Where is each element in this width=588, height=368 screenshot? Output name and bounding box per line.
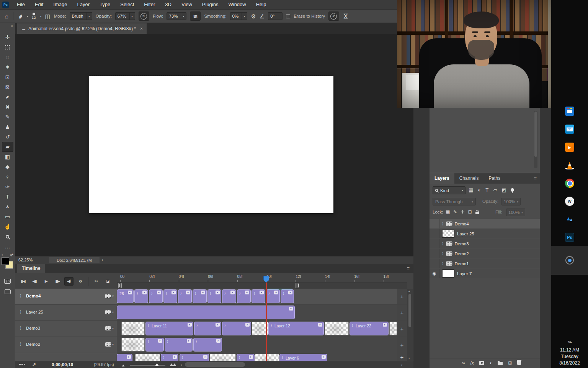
clip-expand-icon[interactable]: ⟩ [254, 291, 255, 295]
opacity-input[interactable]: 67%▾ [115, 12, 135, 20]
lock-transparent-pixels-icon[interactable]: ▦ [446, 209, 450, 215]
new-group-icon[interactable] [498, 362, 503, 365]
timeline-settings-button[interactable]: ⚙ [76, 277, 85, 286]
eyedropper-tool[interactable]: ✒ [2, 92, 13, 102]
work-area-bar[interactable] [117, 283, 407, 289]
taskbar-vlc-icon[interactable] [551, 161, 588, 170]
layer-thumbnail[interactable] [442, 269, 454, 278]
clip-expand-icon[interactable]: ⟩ [239, 291, 241, 295]
brush-angle-input[interactable]: 0° [268, 12, 283, 20]
expand-group-icon[interactable]: ⟩ [442, 262, 444, 266]
timeline-clip[interactable]: ⟩▸ [165, 338, 193, 352]
erase-to-history-checkbox[interactable] [286, 14, 290, 18]
delete-layer-icon[interactable] [517, 361, 521, 365]
track-options[interactable]: ▾ [105, 342, 114, 347]
frame-thumbnail[interactable] [135, 354, 160, 361]
clip-expand-icon[interactable]: ⟩ [196, 340, 197, 343]
timeline-zoom-slider[interactable] [130, 365, 165, 366]
filter-shape-layers-icon[interactable]: ▱ [493, 187, 497, 193]
clone-stamp-tool[interactable]: ♟ [2, 122, 13, 132]
expand-group-icon[interactable]: ⟩ [442, 242, 444, 246]
timeline-clip[interactable]: ⟩▸ [134, 289, 148, 303]
timeline-clip[interactable]: ⟩Layer 12▸ [268, 322, 324, 335]
eraser-tool[interactable]: ▰ [2, 142, 13, 152]
visibility-toggle[interactable]: ◉ [430, 269, 439, 278]
frame-thumbnail[interactable] [210, 354, 236, 361]
clip-expand-icon[interactable]: ⟩ [196, 324, 198, 327]
tab-channels[interactable]: Channels [454, 173, 484, 184]
menu-file[interactable]: File [12, 0, 30, 9]
track-header-partial[interactable] [15, 353, 117, 361]
filter-pin-icon[interactable] [511, 188, 514, 192]
blur-tool[interactable]: ◆ [2, 162, 13, 172]
crop-tool[interactable]: ⊡ [2, 72, 13, 82]
clip-expand-icon[interactable]: ⟩ [195, 291, 196, 295]
visibility-toggle[interactable] [430, 259, 439, 268]
chevron-down-icon[interactable]: ▾ [112, 310, 114, 314]
timeline-clip[interactable]: ⟩▸ [178, 289, 192, 303]
menu-select[interactable]: Select [115, 0, 139, 9]
taskbar-movies-icon[interactable] [551, 143, 588, 152]
brush-size-picker[interactable]: 12 [32, 13, 36, 20]
filter-adjustment-layers-icon[interactable]: ◐ [478, 187, 481, 193]
scroll-down-icon[interactable]: ▾ [408, 357, 410, 360]
timeline-clip[interactable]: ⟩▸ [193, 338, 222, 352]
more-tools[interactable]: … [2, 242, 13, 251]
next-frame-button[interactable]: ▮▶ [53, 277, 62, 286]
taskbar-wacom-icon[interactable] [551, 197, 588, 206]
timeline-clip[interactable]: ⟩▸ [222, 322, 251, 335]
filter-smart-objects-icon[interactable]: ◩ [501, 187, 506, 193]
status-options-chevron-icon[interactable]: › [102, 257, 103, 262]
timeline-clip[interactable]: ▸ [117, 306, 295, 319]
timeline-clip[interactable]: ⟩Layer 11▸ [145, 322, 193, 335]
render-export-icon[interactable]: ↗ [32, 362, 36, 367]
pen-settings-icon[interactable]: ✎ [566, 338, 573, 346]
foreground-color-swatch[interactable] [2, 257, 9, 265]
close-tab-icon[interactable]: × [140, 26, 143, 31]
expand-track-icon[interactable]: ⟩ [20, 294, 21, 298]
add-media-button[interactable]: + [397, 321, 407, 337]
timeline-clip[interactable]: ▸ [117, 354, 132, 361]
lasso-tool[interactable]: ◌ [2, 52, 13, 62]
track-header-demo2[interactable]: ⟩Demo2▾ [15, 337, 117, 353]
expand-group-icon[interactable]: ⟩ [442, 222, 444, 226]
frame-thumbnail[interactable] [121, 338, 145, 352]
timeline-clip[interactable]: ⟩▸ [180, 354, 209, 361]
layer-row-layer-7[interactable]: ◉Layer 7 [430, 269, 540, 278]
layer-effects-icon[interactable]: fx [470, 360, 474, 366]
taskbar-photoshop-icon[interactable] [551, 233, 588, 242]
taskbar-store-icon[interactable] [551, 107, 588, 116]
taskbar-drive-icon[interactable] [551, 215, 588, 224]
chevron-down-icon[interactable]: ▾ [112, 343, 114, 346]
timeline-clip[interactable]: ⟩▸ [252, 289, 265, 303]
play-button[interactable]: ▶ [41, 277, 51, 286]
tab-layers[interactable]: Layers [430, 173, 454, 184]
scrollbar-thumb[interactable] [408, 294, 411, 327]
zoom-tool[interactable] [2, 232, 13, 242]
taskbar-chrome-icon[interactable] [551, 179, 588, 188]
blend-mode-select[interactable]: Pass Through▾ [433, 198, 476, 205]
smoothing-options-gear-icon[interactable]: ⚙ [251, 13, 256, 19]
timeline-clip[interactable]: ⟩▸ [237, 354, 255, 361]
pen-tool[interactable]: ✑ [2, 182, 13, 192]
tab-paths[interactable]: Paths [483, 173, 505, 184]
layers-menu-icon[interactable]: ≡ [534, 175, 537, 181]
add-media-button[interactable]: + [397, 353, 407, 361]
lock-image-pixels-icon[interactable]: ✎ [453, 209, 457, 215]
layer-thumbnail[interactable] [442, 230, 454, 238]
split-at-playhead-button[interactable]: ✂ [91, 277, 101, 286]
transition-button[interactable]: ◪ [103, 277, 112, 286]
link-layers-icon[interactable]: ∞ [462, 360, 465, 366]
mute-audio-button[interactable]: ◀⟩ [64, 277, 74, 286]
lock-position-icon[interactable]: ✛ [461, 209, 464, 215]
brush-tool[interactable]: ✎ [2, 112, 13, 122]
timeline-clip[interactable]: ⟩▸ [237, 289, 251, 303]
scroll-left-icon[interactable]: ‹ [181, 363, 182, 367]
document-canvas[interactable] [89, 76, 333, 213]
layers-opacity-input[interactable]: 100%▾ [501, 198, 521, 205]
airbrush-button[interactable]: ≋ [190, 12, 201, 21]
timeline-clip[interactable]: ⟩▸ [149, 289, 163, 303]
type-tool[interactable]: T [2, 192, 13, 202]
zoom-out-timeline-icon[interactable] [122, 365, 125, 366]
timeline-zoom-thumb[interactable] [155, 363, 159, 366]
